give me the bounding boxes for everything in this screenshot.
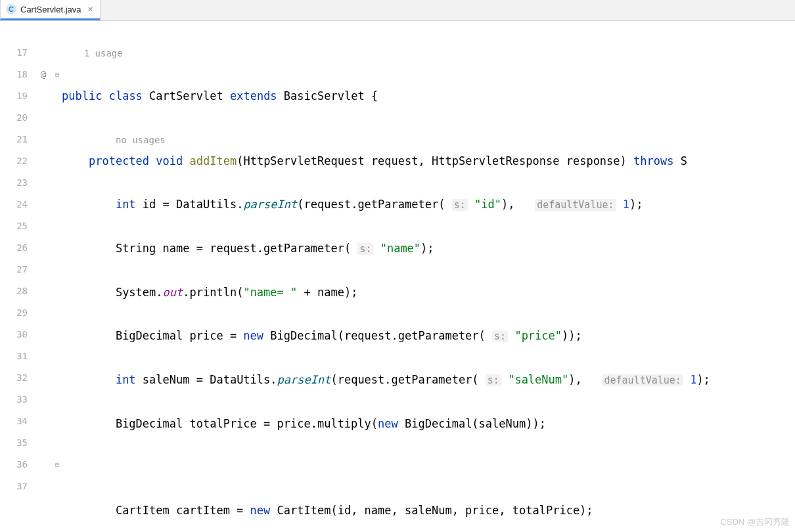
code-line: int id = DataUtils.parseInt(request.getP…	[62, 194, 795, 216]
code-line	[62, 456, 795, 478]
editor[interactable]: 17 18 19 20 21 22 23 24 25 26 27 28 29 3…	[0, 21, 795, 532]
tab-filename: CartServlet.java	[20, 5, 81, 14]
code-line: String name = request.getParameter( s: "…	[62, 238, 795, 260]
code-line: CartItem cartItem = new CartItem(id, nam…	[62, 500, 795, 521]
line-number: 26	[0, 237, 28, 259]
line-number: 22	[0, 150, 28, 172]
code-area[interactable]: 1 usage public class CartServlet extends…	[62, 21, 795, 532]
fold-toggle-icon[interactable]: ⊟	[53, 64, 62, 85]
line-number: 27	[0, 259, 28, 280]
line-number-gutter: 17 18 19 20 21 22 23 24 25 26 27 28 29 3…	[0, 21, 34, 532]
fold-end-icon[interactable]: ⊟	[53, 454, 62, 476]
code-line: BigDecimal price = new BigDecimal(reques…	[62, 325, 795, 347]
line-number: 35	[0, 432, 28, 454]
line-number: 34	[0, 410, 28, 432]
line-number: 25	[0, 215, 28, 237]
line-number: 20	[0, 107, 28, 129]
line-number: 37	[0, 476, 28, 497]
line-number: 18	[0, 64, 28, 85]
code-line: System.out.println("name= " + name);	[62, 282, 795, 303]
line-number: 29	[0, 302, 28, 324]
fold-gutter: ⊟ ⊟	[53, 21, 62, 532]
gutter-marks: @	[34, 21, 53, 532]
line-number: 32	[0, 367, 28, 389]
line-number: 17	[0, 42, 28, 64]
close-icon[interactable]: ×	[87, 4, 93, 14]
line-number: 23	[0, 172, 28, 194]
line-number: 28	[0, 280, 28, 302]
line-number: 30	[0, 324, 28, 345]
usage-hint[interactable]: no usages	[116, 135, 166, 145]
override-mark-icon[interactable]: @	[34, 64, 53, 85]
line-number: 24	[0, 194, 28, 215]
line-number: 36	[0, 454, 28, 476]
line-number: 19	[0, 85, 28, 107]
line-number: 33	[0, 389, 28, 410]
code-line: int saleNum = DataUtils.parseInt(request…	[62, 369, 795, 391]
code-line: public class CartServlet extends BasicSe…	[62, 85, 795, 107]
class-icon: C	[6, 4, 16, 14]
code-line: protected void addItem(HttpServletReques…	[62, 150, 795, 172]
watermark: CSDN @吉冈秀隆	[720, 516, 790, 528]
line-number: 31	[0, 345, 28, 367]
editor-tab[interactable]: C CartServlet.java ×	[0, 0, 101, 20]
usage-hint[interactable]: 1 usage	[84, 48, 123, 58]
code-line: BigDecimal totalPrice = price.multiply(n…	[62, 413, 795, 435]
tab-bar: C CartServlet.java ×	[0, 0, 795, 21]
line-number: 21	[0, 129, 28, 150]
